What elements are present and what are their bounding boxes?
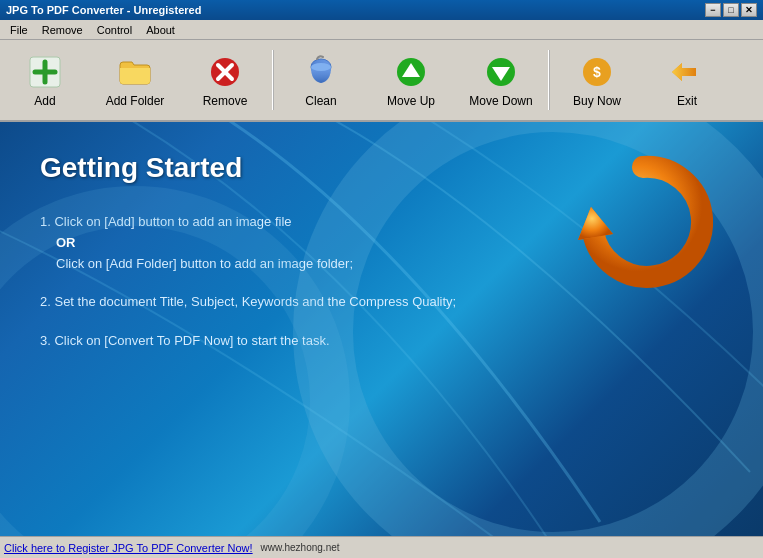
remove-icon — [205, 52, 245, 92]
remove-label: Remove — [203, 94, 248, 108]
step-3-text: Click on [Convert To PDF Now] to start t… — [54, 333, 329, 348]
move-up-label: Move Up — [387, 94, 435, 108]
toolbar-separator-1 — [272, 50, 274, 110]
step-2: 2. Set the document Title, Subject, Keyw… — [40, 292, 563, 313]
exit-label: Exit — [677, 94, 697, 108]
getting-started-title: Getting Started — [40, 152, 563, 184]
menu-remove[interactable]: Remove — [36, 23, 89, 37]
add-icon — [25, 52, 65, 92]
step-1: 1. Click on [Add] button to add an image… — [40, 212, 563, 274]
menu-bar: File Remove Control About — [0, 20, 763, 40]
toolbar: Add Add Folder Remove — [0, 40, 763, 122]
menu-control[interactable]: Control — [91, 23, 138, 37]
move-down-icon — [481, 52, 521, 92]
buy-now-label: Buy Now — [573, 94, 621, 108]
move-up-icon — [391, 52, 431, 92]
step-1-text: Click on [Add] button to add an image fi… — [54, 214, 291, 229]
buy-now-icon: $ — [577, 52, 617, 92]
status-bar: Click here to Register JPG To PDF Conver… — [0, 536, 763, 558]
register-link[interactable]: Click here to Register JPG To PDF Conver… — [4, 542, 253, 554]
svg-marker-16 — [672, 63, 696, 81]
move-up-button[interactable]: Move Up — [366, 42, 456, 118]
title-bar-buttons: − □ ✕ — [705, 3, 757, 17]
window-title: JPG To PDF Converter - Unregistered — [6, 4, 201, 16]
add-folder-button[interactable]: Add Folder — [90, 42, 180, 118]
svg-marker-18 — [578, 207, 613, 240]
exit-button[interactable]: Exit — [642, 42, 732, 118]
step-1-number: 1. — [40, 214, 51, 229]
step-3: 3. Click on [Convert To PDF Now] to star… — [40, 331, 563, 352]
buy-now-button[interactable]: $ Buy Now — [552, 42, 642, 118]
close-button[interactable]: ✕ — [741, 3, 757, 17]
title-bar: JPG To PDF Converter - Unregistered − □ … — [0, 0, 763, 20]
step-1-or: OR — [56, 235, 76, 250]
add-label: Add — [34, 94, 55, 108]
refresh-icon-decoration — [573, 152, 703, 282]
step-2-number: 2. — [40, 294, 51, 309]
maximize-button[interactable]: □ — [723, 3, 739, 17]
clean-label: Clean — [305, 94, 336, 108]
move-down-button[interactable]: Move Down — [456, 42, 546, 118]
step-2-text: Set the document Title, Subject, Keyword… — [54, 294, 456, 309]
minimize-button[interactable]: − — [705, 3, 721, 17]
step-3-number: 3. — [40, 333, 51, 348]
menu-file[interactable]: File — [4, 23, 34, 37]
add-button[interactable]: Add — [0, 42, 90, 118]
add-folder-label: Add Folder — [106, 94, 165, 108]
add-folder-icon — [115, 52, 155, 92]
toolbar-separator-2 — [548, 50, 550, 110]
svg-text:$: $ — [593, 64, 601, 80]
clean-button[interactable]: Clean — [276, 42, 366, 118]
getting-started-content: Getting Started 1. Click on [Add] button… — [40, 152, 563, 370]
website-label: www.hezhong.net — [261, 542, 340, 553]
clean-icon — [301, 52, 341, 92]
step-1-subtext: Click on [Add Folder] button to add an i… — [56, 256, 353, 271]
exit-icon — [667, 52, 707, 92]
menu-about[interactable]: About — [140, 23, 181, 37]
svg-point-8 — [311, 63, 331, 71]
main-content-area: Getting Started 1. Click on [Add] button… — [0, 122, 763, 536]
remove-button[interactable]: Remove — [180, 42, 270, 118]
move-down-label: Move Down — [469, 94, 532, 108]
